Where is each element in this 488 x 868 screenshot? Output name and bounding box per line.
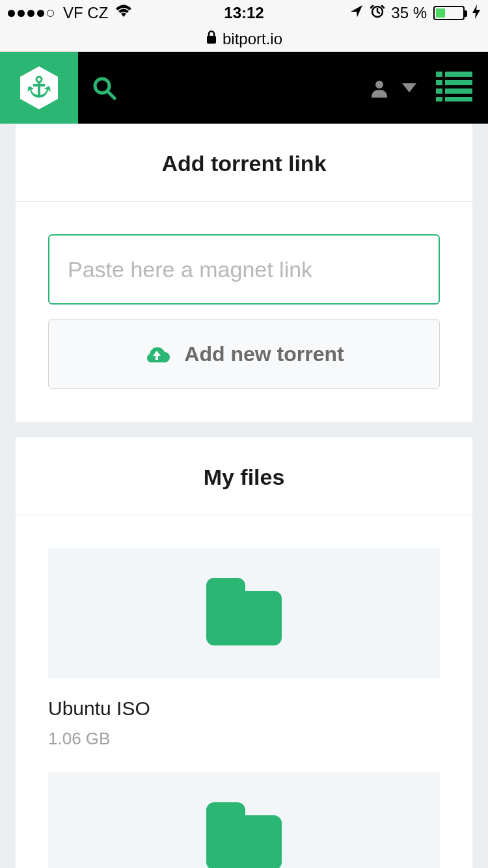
charging-icon — [472, 5, 480, 22]
page-content: Add torrent link Add new torrent My file… — [0, 124, 488, 868]
user-icon — [370, 78, 389, 98]
my-files-card: My files Ubuntu ISO 1.06 GB — [16, 437, 472, 868]
my-files-title: My files — [16, 437, 472, 515]
svg-rect-15 — [445, 88, 472, 94]
add-torrent-button-label: Add new torrent — [184, 342, 344, 366]
file-name-label: Ubuntu ISO — [48, 698, 440, 720]
alarm-icon — [370, 4, 385, 22]
svg-rect-5 — [33, 84, 45, 87]
folder-icon — [198, 798, 290, 868]
status-right: 35 % — [349, 4, 480, 22]
add-torrent-title: Add torrent link — [16, 124, 472, 202]
file-thumbnail — [48, 772, 440, 868]
svg-rect-14 — [436, 88, 442, 94]
folder-icon — [198, 574, 290, 652]
list-icon — [436, 72, 472, 102]
user-menu[interactable] — [370, 78, 416, 98]
carrier-label: VF CZ — [63, 4, 108, 22]
lock-icon — [206, 30, 217, 47]
file-item[interactable] — [48, 772, 440, 868]
file-thumbnail — [48, 548, 440, 678]
location-icon — [349, 4, 364, 22]
svg-rect-17 — [445, 97, 472, 102]
add-torrent-card: Add torrent link Add new torrent — [16, 124, 472, 422]
svg-point-8 — [375, 81, 383, 88]
svg-rect-10 — [436, 72, 442, 77]
svg-line-7 — [108, 92, 115, 98]
list-view-button[interactable] — [436, 72, 472, 104]
status-left: VF CZ — [8, 4, 133, 22]
battery-percent-label: 35 % — [391, 4, 427, 22]
svg-rect-13 — [445, 80, 472, 85]
svg-rect-12 — [436, 80, 442, 85]
signal-strength-icon — [8, 10, 54, 17]
add-torrent-button[interactable]: Add new torrent — [48, 319, 440, 389]
app-nav-bar — [0, 52, 488, 124]
file-item[interactable]: Ubuntu ISO 1.06 GB — [48, 548, 440, 749]
wifi-icon — [115, 4, 133, 22]
search-icon — [91, 75, 117, 101]
browser-url-bar[interactable]: bitport.io — [0, 26, 488, 52]
svg-marker-9 — [402, 83, 416, 92]
chevron-down-icon — [402, 83, 416, 92]
ios-status-bar: VF CZ 13:12 35 % — [0, 0, 488, 26]
cloud-upload-icon — [144, 344, 170, 364]
magnet-link-input[interactable] — [48, 234, 440, 305]
battery-icon — [433, 6, 465, 20]
clock-label: 13:12 — [224, 4, 264, 22]
svg-rect-16 — [436, 97, 442, 102]
svg-rect-1 — [207, 36, 216, 44]
file-size-label: 1.06 GB — [48, 729, 440, 749]
svg-rect-11 — [445, 72, 472, 77]
app-logo[interactable] — [0, 52, 78, 124]
url-domain-label: bitport.io — [223, 30, 282, 48]
search-button[interactable] — [78, 75, 130, 101]
